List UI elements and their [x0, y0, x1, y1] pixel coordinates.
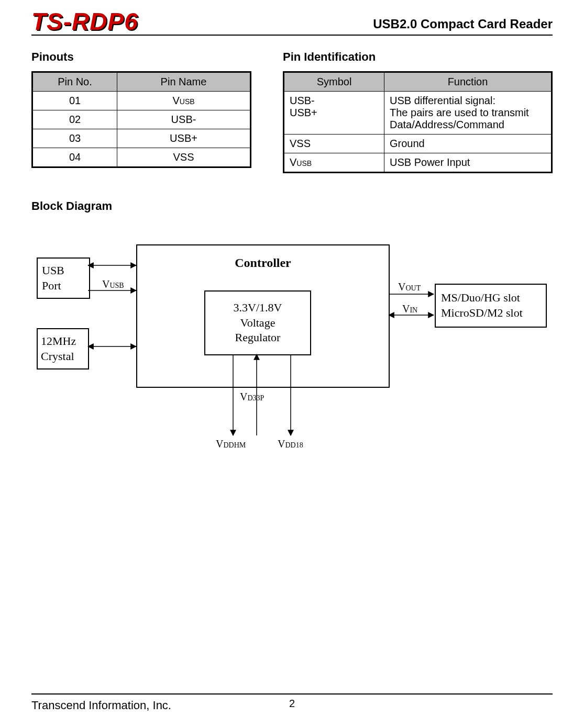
table-row: 01 VUSB [32, 92, 251, 110]
product-title: USB2.0 Compact Card Reader [373, 17, 553, 33]
pinid-function: USB Power Input [384, 153, 552, 173]
diagram-arrows [31, 229, 545, 480]
pinouts-heading: Pinouts [31, 50, 251, 64]
pinid-symbol: VUSB [284, 153, 384, 173]
pinid-symbol: USB- USB+ [284, 92, 384, 135]
table-row: USB- USB+ USB differential signal: The p… [284, 92, 552, 135]
pinid-function: USB differential signal: The pairs are u… [384, 92, 552, 135]
table-row: 02 USB- [32, 110, 251, 129]
pin-name: VUSB [117, 92, 251, 110]
table-row: 03 USB+ [32, 129, 251, 148]
page-footer: Transcend Information, Inc. 2 [31, 693, 553, 712]
brand-title: TS-RDP6 [31, 9, 138, 33]
pinid-symbol: VSS [284, 135, 384, 153]
table-row: 04 VSS [32, 148, 251, 167]
pinid-header-function: Function [384, 72, 552, 92]
pin-name: VSS [117, 148, 251, 167]
pin-no: 01 [32, 92, 117, 110]
pinid-heading: Pin Identification [283, 50, 553, 64]
pin-no: 04 [32, 148, 117, 167]
pin-name: USB+ [117, 129, 251, 148]
block-diagram-heading: Block Diagram [31, 199, 553, 213]
pin-no: 02 [32, 110, 117, 129]
pinid-table: Symbol Function USB- USB+ USB differenti… [283, 71, 553, 173]
page-number: 2 [31, 698, 553, 710]
pin-no: 03 [32, 129, 117, 148]
pinouts-header-name: Pin Name [117, 72, 251, 92]
pinid-header-symbol: Symbol [284, 72, 384, 92]
table-row: VUSB USB Power Input [284, 153, 552, 173]
pinouts-table: Pin No. Pin Name 01 VUSB 02 USB- 03 USB+… [31, 71, 251, 168]
pinid-function: Ground [384, 135, 552, 153]
table-row: VSS Ground [284, 135, 552, 153]
pin-name: USB- [117, 110, 251, 129]
block-diagram: Controller 3.3V/1.8V Voltage Regulator U… [31, 229, 545, 480]
pinouts-header-no: Pin No. [32, 72, 117, 92]
page-header: TS-RDP6 USB2.0 Compact Card Reader [31, 9, 553, 36]
